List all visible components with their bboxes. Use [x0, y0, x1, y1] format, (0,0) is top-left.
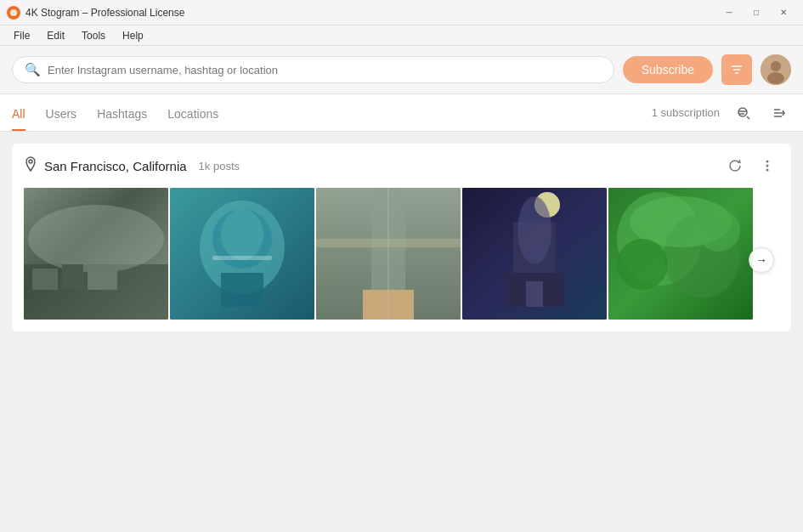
- card-header: San Francisco, California 1k posts: [12, 144, 791, 188]
- svg-point-15: [766, 161, 769, 163]
- svg-rect-27: [221, 273, 263, 307]
- photo-strip: →: [12, 188, 791, 331]
- photo-item[interactable]: [316, 188, 461, 320]
- filter-icon: [730, 63, 744, 76]
- tab-all[interactable]: All: [12, 107, 25, 131]
- svg-line-8: [747, 116, 749, 119]
- tabs-area: All Users Hashtags Locations 1 subscript…: [0, 94, 803, 132]
- filter-button[interactable]: [721, 54, 752, 85]
- tab-hashtags[interactable]: Hashtags: [97, 107, 147, 131]
- svg-point-41: [517, 196, 551, 264]
- menu-file[interactable]: File: [7, 28, 37, 43]
- search-input[interactable]: [48, 64, 602, 76]
- search-icon: 🔍: [25, 62, 41, 77]
- sort-icon[interactable]: [767, 101, 791, 125]
- tabs: All Users Hashtags Locations: [12, 94, 218, 131]
- app-icon: [7, 6, 20, 20]
- refresh-button[interactable]: [723, 154, 747, 178]
- search-box: 🔍: [12, 56, 614, 83]
- svg-rect-21: [32, 269, 58, 290]
- svg-point-48: [698, 209, 740, 252]
- subscription-count: 1 subscription: [652, 106, 720, 119]
- svg-point-14: [29, 160, 32, 163]
- app-title: 4K Stogram – Professional License: [25, 7, 184, 19]
- more-button[interactable]: [755, 154, 779, 178]
- window-controls: ─ □ ✕: [716, 3, 796, 22]
- svg-point-5: [771, 61, 781, 71]
- close-button[interactable]: ✕: [771, 3, 796, 22]
- svg-point-28: [221, 209, 263, 260]
- next-arrow[interactable]: →: [749, 247, 774, 273]
- tab-actions: 1 subscription: [652, 101, 791, 125]
- svg-rect-36: [316, 239, 461, 247]
- svg-point-6: [767, 72, 784, 84]
- svg-point-0: [10, 9, 17, 16]
- menubar: File Edit Tools Help: [0, 25, 803, 46]
- post-count: 1k posts: [199, 160, 240, 173]
- svg-rect-23: [88, 267, 117, 290]
- svg-point-17: [766, 169, 769, 172]
- search-filter-icon[interactable]: [732, 101, 755, 125]
- location-pin-icon: [24, 156, 37, 175]
- photo-item[interactable]: [608, 188, 753, 320]
- location-name: San Francisco, California: [44, 159, 187, 173]
- svg-rect-29: [212, 256, 272, 260]
- titlebar: 4K Stogram – Professional License ─ □ ✕: [0, 0, 803, 25]
- avatar[interactable]: [761, 54, 791, 85]
- tab-users[interactable]: Users: [46, 107, 77, 131]
- menu-tools[interactable]: Tools: [75, 28, 112, 43]
- more-icon: [766, 159, 769, 173]
- menu-help[interactable]: Help: [116, 28, 150, 43]
- svg-point-20: [28, 205, 164, 273]
- search-area: 🔍 Subscribe: [0, 46, 803, 94]
- svg-rect-22: [62, 264, 83, 290]
- svg-point-16: [766, 165, 769, 167]
- svg-point-47: [617, 239, 668, 290]
- svg-rect-42: [526, 281, 543, 307]
- menu-edit[interactable]: Edit: [40, 28, 71, 43]
- refresh-icon: [728, 159, 742, 173]
- svg-point-7: [738, 108, 747, 116]
- main-content: San Francisco, California 1k posts: [0, 132, 803, 352]
- maximize-button[interactable]: □: [744, 3, 769, 22]
- location-card: San Francisco, California 1k posts: [12, 144, 791, 331]
- tab-locations[interactable]: Locations: [167, 107, 218, 131]
- subscribe-button[interactable]: Subscribe: [623, 56, 713, 83]
- titlebar-left: 4K Stogram – Professional License: [7, 6, 184, 20]
- photo-item[interactable]: [170, 188, 314, 320]
- minimize-button[interactable]: ─: [716, 3, 742, 22]
- card-actions: [723, 154, 779, 178]
- photo-item[interactable]: [24, 188, 168, 320]
- photo-item[interactable]: [462, 188, 607, 320]
